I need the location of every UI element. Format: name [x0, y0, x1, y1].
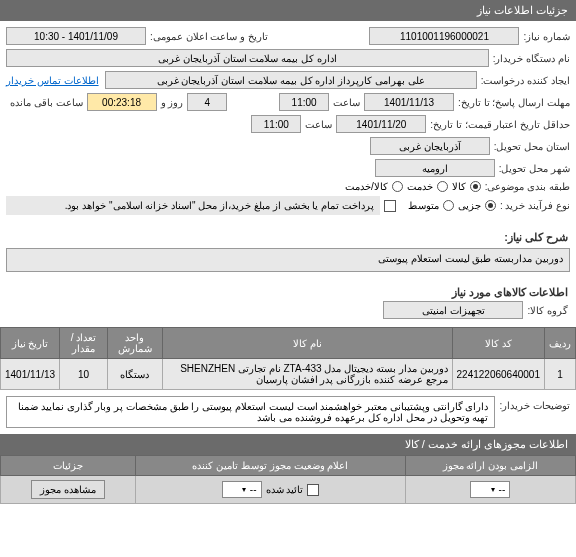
min-valid-date: 1401/11/20	[336, 115, 426, 133]
view-permit-button[interactable]: مشاهده مجوز	[31, 480, 105, 499]
process-radio-group: جزیی متوسط	[408, 200, 496, 211]
th-idx: ردیف	[545, 328, 576, 359]
opt-kala: کالا	[452, 181, 466, 192]
group-label: گروه کالا:	[527, 305, 568, 316]
need-no-label: شماره نیاز:	[523, 31, 570, 42]
auth-th-0: الزامی بودن ارائه مجوز	[405, 456, 575, 476]
treasury-checkbox[interactable]	[384, 200, 396, 212]
th-date: تاریخ نیاز	[1, 328, 60, 359]
deadline-date: 1401/11/13	[364, 93, 454, 111]
cell-qty: 10	[60, 359, 108, 390]
radio-kala[interactable]	[470, 181, 481, 192]
mandatory-select[interactable]: -- ▾	[470, 481, 510, 498]
buyer-org-label: نام دستگاه خریدار:	[493, 53, 570, 64]
radio-khadamat[interactable]	[437, 181, 448, 192]
items-table: ردیف کد کالا نام کالا واحد شمارش تعداد /…	[0, 327, 576, 390]
city-label: شهر محل تحویل:	[499, 163, 570, 174]
time-left-suffix: ساعت باقی مانده	[10, 97, 83, 108]
caret-icon: ▾	[491, 485, 495, 494]
auth-table: الزامی بودن ارائه مجوز اعلام وضعیت مجوز …	[0, 455, 576, 504]
th-unit: واحد شمارش	[107, 328, 162, 359]
time-label-1: ساعت	[333, 97, 360, 108]
status-checkbox[interactable]	[307, 484, 319, 496]
creator-field: علی بهرامی کارپرداز اداره کل بیمه سلامت …	[105, 71, 477, 89]
table-row: 1 224122060640001 دوربین مدار بسته دیجیت…	[1, 359, 576, 390]
group-field: تجهیزات امنیتی	[383, 301, 523, 319]
days-unit: روز و	[161, 97, 184, 108]
auth-row: -- ▾ تائید شده -- ▾ مشاهده مجوز	[1, 476, 576, 504]
min-valid-label: حداقل تاریخ اعتبار قیمت؛ تا تاریخ:	[430, 119, 570, 130]
auth-cell-mandatory: -- ▾	[405, 476, 575, 504]
panel-header: جزئیات اطلاعات نیاز	[0, 0, 576, 21]
radio-mid[interactable]	[443, 200, 454, 211]
announce-field: 1401/11/09 - 10:30	[6, 27, 146, 45]
desc-label: شرح کلی نیاز:	[0, 225, 576, 246]
opt-both: کالا/خدمت	[345, 181, 388, 192]
status-label: تائید شده	[266, 484, 304, 495]
cell-name: دوربین مدار بسته دیجیتال مدل ZTA-433 نام…	[162, 359, 452, 390]
province-label: استان محل تحویل:	[494, 141, 570, 152]
th-name: نام کالا	[162, 328, 452, 359]
radio-low[interactable]	[485, 200, 496, 211]
opt-mid: متوسط	[408, 200, 439, 211]
auth-th-1: اعلام وضعیت مجوز توسط تامین کننده	[136, 456, 405, 476]
status-select-val: --	[250, 484, 257, 495]
mandatory-select-val: --	[499, 484, 506, 495]
class-label: طبقه بندی موضوعی:	[485, 181, 570, 192]
panel-title: جزئیات اطلاعات نیاز	[477, 4, 568, 16]
time-left: 00:23:18	[87, 93, 157, 111]
auth-title: اطلاعات مجوزهای ارائه خدمت / کالا	[405, 438, 568, 450]
time-label-2: ساعت	[305, 119, 332, 130]
contact-link[interactable]: اطلاعات تماس خریدار	[6, 75, 99, 86]
min-valid-time: 11:00	[251, 115, 301, 133]
cell-date: 1401/11/13	[1, 359, 60, 390]
radio-both[interactable]	[392, 181, 403, 192]
opt-khadamat: خدمت	[407, 181, 433, 192]
opt-low: جزیی	[458, 200, 481, 211]
auth-cell-details: مشاهده مجوز	[1, 476, 136, 504]
items-title: اطلاعات کالاهای مورد نیاز	[0, 280, 576, 301]
desc-box: دوربین مداربسته طبق لیست استعلام پیوستی	[6, 248, 570, 272]
need-no-field: 1101001196000021	[369, 27, 519, 45]
buyer-notes-box: دارای گارانتی وپشتیبانی معتبر خواهشمند ا…	[6, 396, 495, 428]
auth-th-2: جزئیات	[1, 456, 136, 476]
cell-idx: 1	[545, 359, 576, 390]
city-field: ارومیه	[375, 159, 495, 177]
days-left: 4	[187, 93, 227, 111]
th-qty: تعداد / مقدار	[60, 328, 108, 359]
cell-code: 224122060640001	[452, 359, 544, 390]
auth-cell-status: تائید شده -- ▾	[136, 476, 405, 504]
buyer-org-field: اداره کل بیمه سلامت استان آذربایجان غربی	[6, 49, 489, 67]
announce-label: تاریخ و ساعت اعلان عمومی:	[150, 31, 268, 42]
status-select[interactable]: -- ▾	[222, 481, 262, 498]
deadline-label: مهلت ارسال پاسخ؛ تا تاریخ:	[458, 97, 570, 108]
province-field: آذربایجان غربی	[370, 137, 490, 155]
th-code: کد کالا	[452, 328, 544, 359]
class-radio-group: کالا خدمت کالا/خدمت	[345, 181, 481, 192]
caret-icon-2: ▾	[242, 485, 246, 494]
creator-label: ایجاد کننده درخواست:	[481, 75, 570, 86]
cell-unit: دستگاه	[107, 359, 162, 390]
process-note: پرداخت تمام یا بخشی از مبلغ خرید،از محل …	[6, 196, 380, 215]
deadline-time: 11:00	[279, 93, 329, 111]
process-label: نوع فرآیند خرید :	[500, 200, 570, 211]
form-area: شماره نیاز: 1101001196000021 تاریخ و ساع…	[0, 21, 576, 225]
auth-header: اطلاعات مجوزهای ارائه خدمت / کالا	[0, 434, 576, 455]
buyer-notes-label: توضیحات خریدار:	[499, 396, 570, 411]
